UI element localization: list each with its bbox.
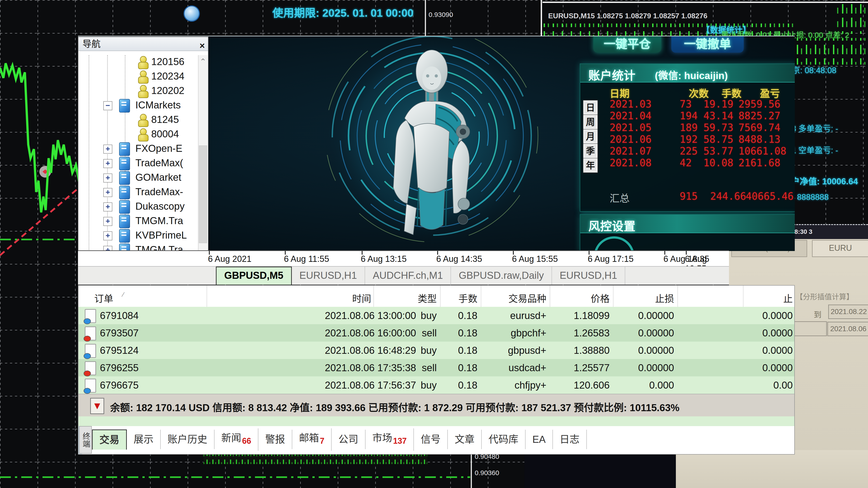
calc-date-from-field[interactable]: 2021.08.06 — [827, 322, 868, 336]
col-tp[interactable]: 止 — [779, 291, 793, 305]
order-symbol: chfjpy+ — [500, 380, 546, 391]
expand-plus-icon[interactable]: + — [103, 231, 112, 240]
risk-settings-panel: 风控设置 — [580, 214, 795, 251]
navigator-title: 导航 — [79, 37, 101, 51]
price-axis-label-top: 0.93090 — [429, 11, 453, 19]
col-price[interactable]: 价格 — [563, 291, 610, 305]
terminal-tab-EA[interactable]: EA — [526, 430, 553, 449]
collapse-minus-icon[interactable]: − — [103, 101, 112, 110]
nav-item-label: Dukascopy — [135, 201, 185, 212]
col-symbol[interactable]: 交易品种 — [500, 291, 546, 305]
nav-tree-item-gomarket[interactable]: +GOMarket — [79, 171, 198, 185]
expand-plus-icon[interactable]: + — [103, 144, 112, 154]
navigator-title-bar[interactable]: 导航 × — [79, 37, 208, 51]
terminal-tab-交易[interactable]: 交易 — [92, 429, 127, 450]
stat-row3-col4: 7569.74 — [739, 122, 780, 133]
terminal-tab-文章[interactable]: 文章 — [448, 430, 482, 449]
expand-plus-icon[interactable]: + — [103, 159, 112, 168]
order-price: 1.38880 — [563, 345, 610, 356]
order-price: 1.25577 — [563, 362, 610, 373]
period-button-1[interactable]: 日 — [583, 101, 597, 115]
terminal-tab-新闻[interactable]: 新闻66 — [215, 428, 258, 451]
nav-tree-item-trademax[interactable]: +TradeMax- — [79, 185, 198, 200]
order-sl: 0.00000 — [628, 327, 674, 339]
terminal-tab-邮箱[interactable]: 邮箱7 — [292, 428, 332, 451]
terminal-tab-label: 交易 — [99, 434, 119, 445]
calc-date-to-field[interactable]: 2021.08.22 — [828, 304, 868, 319]
period-button-4[interactable]: 季 — [583, 144, 597, 158]
period-button-2[interactable]: 周 — [583, 115, 597, 129]
navigator-scrollbar[interactable]: ⌃ ⌄ — [198, 55, 208, 258]
order-symbol: usdcad+ — [500, 362, 546, 373]
col-sl[interactable]: 止损 — [628, 291, 674, 305]
nav-item-label: TMGM.Tra — [135, 215, 183, 226]
server-icon — [119, 99, 130, 112]
scroll-up-icon[interactable]: ⌃ — [198, 55, 208, 68]
expand-plus-icon[interactable]: + — [103, 173, 112, 183]
order-tp: 0.0000 — [759, 345, 793, 356]
close-icon[interactable]: × — [195, 39, 205, 53]
cancel-all-button[interactable]: 一键撤单 — [671, 36, 744, 53]
terminal-tab-展示[interactable]: 展示 — [127, 430, 161, 449]
order-sl: 0.000 — [628, 380, 674, 391]
order-row-6795124[interactable]: 67951242021.08.06 16:48:29buy0.18gbpusd+… — [79, 341, 794, 359]
scrollbar-thumb[interactable] — [199, 145, 207, 243]
nav-tree-item-81245[interactable]: 81245 — [79, 113, 198, 127]
account-icon — [138, 56, 149, 69]
col-lots[interactable]: 手数 — [431, 291, 477, 305]
terminal-tab-公司[interactable]: 公司 — [332, 430, 366, 449]
order-sl: 0.00000 — [628, 310, 674, 321]
order-row-6793507[interactable]: 67935072021.08.06 16:00:00sell0.18gbpchf… — [79, 324, 794, 341]
balance-summary-text: 余额: 182 170.14 USD 信用额: 8 813.42 净值: 189… — [110, 400, 680, 414]
terminal-tab-代码库[interactable]: 代码库 — [482, 430, 526, 449]
terminal-tab-账户历史[interactable]: 账户历史 — [161, 430, 215, 449]
order-id: 6791084 — [100, 310, 138, 321]
nav-tree-item-icmarkets[interactable]: −ICMarkets — [79, 98, 198, 113]
nav-tree-item-trademax[interactable]: +TradeMax( — [79, 156, 198, 171]
terminal-tab-信号[interactable]: 信号 — [414, 430, 448, 449]
terminal-tab-日志[interactable]: 日志 — [553, 430, 587, 449]
close-all-button[interactable]: 一键平仓 — [593, 36, 661, 53]
col-header-lots: 手数 — [721, 86, 741, 100]
terminal-tab-市场[interactable]: 市场137 — [366, 428, 414, 451]
nav-tree-item-kvbprimel[interactable]: +KVBPrimeL — [79, 229, 198, 243]
nav-tree-item-tmgmtra[interactable]: +TMGM.Tra — [79, 214, 198, 229]
chart-tab-audchf-ch-m1[interactable]: AUDCHF.ch,M1 — [365, 267, 451, 285]
period-button-3[interactable]: 月 — [583, 129, 597, 143]
order-time: 2021.08.06 16:48:29 — [325, 345, 371, 356]
col-time[interactable]: 时间 — [325, 291, 371, 305]
risk-gauge — [594, 236, 634, 251]
terminal-side-tab[interactable]: 终端 — [79, 426, 92, 454]
nav-item-label: TradeMax( — [135, 157, 183, 168]
nav-tree-item-dukascopy[interactable]: +Dukascopy — [79, 200, 198, 214]
stat-row6-col3: 10.08 — [704, 157, 733, 168]
expand-plus-icon[interactable]: + — [103, 202, 112, 212]
col-order[interactable]: 订单 — [94, 291, 113, 305]
chart-tab-eurusd-h1[interactable]: EURUSD,H1 — [552, 267, 625, 285]
expand-plus-icon[interactable]: + — [103, 188, 112, 197]
terminal-tab-警报[interactable]: 警报 — [258, 430, 292, 449]
chart-tab-gbpusd-raw-daily[interactable]: GBPUSD.raw,Daily — [451, 267, 552, 285]
order-tp: 0.00 — [759, 380, 793, 391]
order-row-6796675[interactable]: 67966752021.08.06 17:56:37buy0.18chfjpy+… — [79, 377, 794, 394]
order-row-6791084[interactable]: 67910842021.08.06 13:00:00buy0.18eurusd+… — [79, 307, 794, 324]
nav-tree-item-80004[interactable]: 80004 — [79, 127, 198, 142]
terminal-tab-badge: 66 — [241, 436, 251, 446]
expand-plus-icon[interactable]: + — [103, 217, 112, 226]
nav-tree-item-120202[interactable]: 120202 — [79, 84, 198, 98]
time-axis-label: 6 Aug 15:55 — [512, 254, 558, 264]
period-button-5[interactable]: 年 — [583, 158, 597, 172]
col-type[interactable]: 类型 — [391, 291, 437, 305]
nav-item-label: GOMarket — [135, 172, 181, 183]
chart-tab-eurusd-h1[interactable]: EURUSD,H1 — [292, 267, 365, 285]
order-tp: 0.0000 — [759, 327, 793, 339]
summary-pl: 40665.46 — [746, 191, 794, 202]
stat-row2-col1: 2021.04 — [610, 110, 651, 122]
nav-tree-item-fxopene[interactable]: +FXOpen-E — [79, 142, 198, 156]
order-row-6796255[interactable]: 67962552021.08.06 17:35:38sell0.18usdcad… — [79, 359, 794, 377]
nav-tree-item-120234[interactable]: 120234 — [79, 70, 198, 84]
calc-empty-button[interactable] — [792, 321, 827, 336]
nav-tree-item-120156[interactable]: 120156 — [79, 55, 198, 70]
robot-wallpaper — [316, 36, 547, 251]
chart-tab-gbpusd-m5[interactable]: GBPUSD,M5 — [216, 267, 292, 285]
